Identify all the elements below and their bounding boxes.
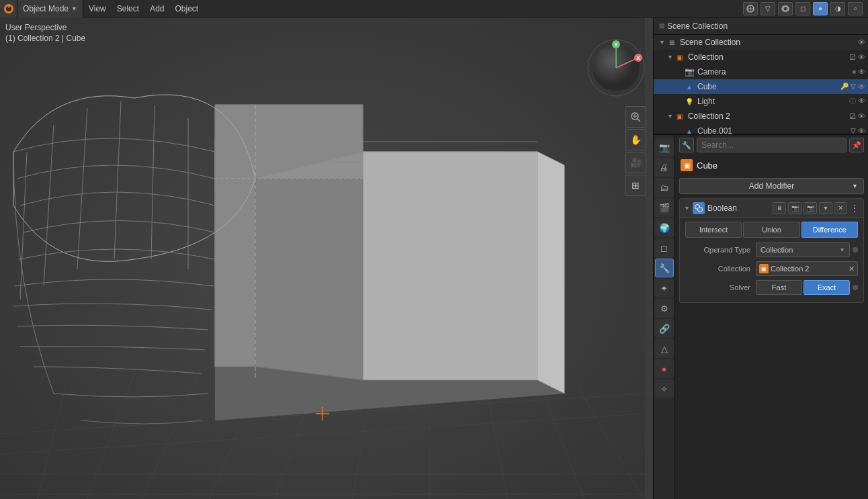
collection2-label: Collection 2 — [688, 111, 849, 121]
cube-restrict: ▽ — [851, 83, 856, 91]
menu-object[interactable]: Object — [169, 0, 204, 17]
menu-add[interactable]: Add — [144, 0, 169, 17]
modifier-close-btn[interactable]: ✕ — [834, 202, 847, 214]
difference-btn[interactable]: Difference — [801, 222, 858, 238]
camera-icon-extra: ■ — [852, 68, 856, 76]
prop-object[interactable]: ◻ — [655, 238, 674, 257]
cube-visibility[interactable]: 👁 — [858, 83, 865, 91]
collection-field-name: Collection 2 — [771, 265, 847, 273]
exact-solver-btn[interactable]: Exact — [804, 280, 850, 295]
outliner-cube[interactable]: ▶ ▲ Cube 🔑 ▽ 👁 — [654, 79, 868, 94]
object-type-icon: ▣ — [681, 159, 693, 171]
outliner: ⊞ Scene Collection ▼ ⊞ Scene Collection … — [654, 17, 868, 135]
shading-solid[interactable]: ● — [813, 2, 828, 15]
outliner-cube001[interactable]: ▶ ▲ Cube.001 ▽ 👁 — [654, 124, 868, 135]
menu-select[interactable]: Select — [112, 0, 144, 17]
pin-button[interactable]: 📌 — [849, 138, 864, 152]
viewport-icon[interactable] — [743, 2, 758, 15]
modifier-camera-btn[interactable]: 📷 — [804, 202, 817, 214]
modifier-expand-arrow[interactable]: ▼ — [684, 205, 690, 212]
outliner-camera[interactable]: ▶ 📷 Camera ■ 👁 — [654, 64, 868, 79]
modifier-render-btn[interactable]: 📷 — [788, 202, 801, 214]
prop-shader[interactable]: ✧ — [655, 379, 674, 398]
solver-dot — [853, 285, 858, 290]
navigation-gizmo[interactable]: Y X — [586, 38, 646, 98]
collection-clear-btn[interactable]: ✕ — [849, 265, 855, 273]
camera-icon: 📷 — [684, 66, 695, 77]
light-visibility[interactable]: 👁 — [858, 97, 865, 106]
object-header: ▣ Cube — [679, 156, 864, 174]
prop-view-layer[interactable]: 🗂 — [655, 178, 674, 197]
grid-tool[interactable]: ⊞ — [625, 175, 646, 196]
object-mode-selector[interactable]: Object Mode ▼ — [17, 0, 83, 17]
svg-line-52 — [638, 119, 640, 122]
camera-visibility[interactable]: 👁 — [858, 68, 865, 76]
intersect-btn[interactable]: Intersect — [685, 222, 742, 238]
overlay-icon[interactable] — [778, 2, 793, 15]
union-btn[interactable]: Union — [743, 222, 799, 238]
modifier-controls: 🖥 📷 📷 ▼ ✕ ⋮ — [773, 202, 859, 214]
modifier-more-dropdown[interactable]: ▼ — [819, 202, 832, 214]
collection2-icons: ☑ 👁 — [849, 112, 865, 121]
outliner-collection2[interactable]: ▼ ▣ Collection 2 ☑ 👁 — [654, 109, 868, 124]
collection-prop-label: Collection — [685, 265, 756, 273]
properties-search-bar: 🔧 📌 — [679, 138, 864, 152]
menu-view[interactable]: View — [83, 0, 112, 17]
add-modifier-button[interactable]: Add Modifier ▼ — [679, 178, 864, 194]
collection-field[interactable]: ▣ Collection 2 ✕ — [756, 261, 858, 276]
modifier-options-btn[interactable]: ⋮ — [850, 203, 859, 214]
main-area: User Perspective (1) Collection 2 | Cube — [0, 17, 868, 499]
collection-check[interactable]: ☑ — [849, 53, 856, 62]
camera-tool[interactable]: 🎥 — [625, 152, 646, 173]
scene-label: Scene Collection — [680, 38, 858, 47]
outliner-light[interactable]: ▶ 💡 Light ⓘ 👁 — [654, 94, 868, 109]
shading-render[interactable]: ◑ — [830, 2, 845, 15]
collection-arrow: ▼ — [667, 54, 673, 60]
prop-data[interactable]: △ — [655, 339, 674, 358]
zoom-tool[interactable] — [625, 106, 646, 128]
light-label: Light — [697, 97, 849, 106]
prop-render[interactable]: 📷 — [655, 138, 674, 156]
light-icons: ⓘ 👁 — [849, 97, 865, 106]
topbar: Object Mode ▼ View Select Add Object ▽ ◻… — [0, 0, 868, 17]
prop-output[interactable]: 🖨 — [655, 158, 674, 177]
prop-constraints[interactable]: 🔗 — [655, 319, 674, 338]
operand-type-dropdown[interactable]: Collection ▼ — [756, 242, 850, 257]
grab-tool[interactable]: ✋ — [625, 129, 646, 150]
cube001-visibility[interactable]: 👁 — [858, 127, 865, 135]
gizmo-icon[interactable]: ▽ — [761, 2, 775, 15]
operand-type-dot — [853, 247, 858, 253]
operation-row: Intersect Union Difference — [685, 222, 858, 238]
light-info: ⓘ — [849, 97, 856, 106]
properties-panel: 📷 🖨 🗂 🎬 🌍 ◻ 🔧 ✦ ⚙ 🔗 △ ● ✧ 🔧 — [654, 135, 868, 499]
collection-field-container: ▣ Collection 2 ✕ — [756, 261, 858, 276]
shading-wire[interactable]: ◻ — [795, 2, 810, 15]
modifier-type-icon — [693, 202, 705, 214]
viewport-tools: ✋ 🎥 ⊞ — [625, 106, 646, 196]
modifier-realtime-btn[interactable]: 🖥 — [773, 202, 786, 214]
object-mode-label: Object Mode — [23, 4, 69, 13]
collection-visibility[interactable]: 👁 — [858, 53, 865, 62]
collection2-check[interactable]: ☑ — [849, 112, 856, 121]
outliner-scene-collection[interactable]: ▼ ⊞ Scene Collection 👁 — [654, 35, 868, 50]
viewport-3d[interactable]: User Perspective (1) Collection 2 | Cube — [0, 17, 653, 499]
properties-search-input[interactable] — [697, 138, 847, 152]
collection-icons: ☑ 👁 — [849, 53, 865, 62]
prop-scene[interactable]: 🎬 — [655, 198, 674, 217]
prop-particles[interactable]: ✦ — [655, 279, 674, 298]
prop-physics[interactable]: ⚙ — [655, 299, 674, 318]
scene-visibility[interactable]: 👁 — [858, 38, 865, 46]
shading-mat[interactable]: ○ — [848, 2, 863, 15]
mode-dropdown-arrow: ▼ — [71, 5, 77, 12]
outliner-collection[interactable]: ▼ ▣ Collection ☑ 👁 — [654, 50, 868, 64]
properties-header-icon[interactable]: 🔧 — [679, 138, 694, 152]
prop-world[interactable]: 🌍 — [655, 218, 674, 237]
svg-marker-27 — [255, 179, 363, 380]
prop-modifier[interactable]: 🔧 — [655, 259, 674, 277]
collection-label: Collection — [688, 52, 849, 62]
fast-solver-btn[interactable]: Fast — [756, 280, 802, 295]
camera-label: Camera — [697, 67, 852, 77]
svg-text:Y: Y — [614, 42, 618, 48]
collection2-visibility[interactable]: 👁 — [858, 112, 865, 121]
prop-material[interactable]: ● — [655, 359, 674, 378]
